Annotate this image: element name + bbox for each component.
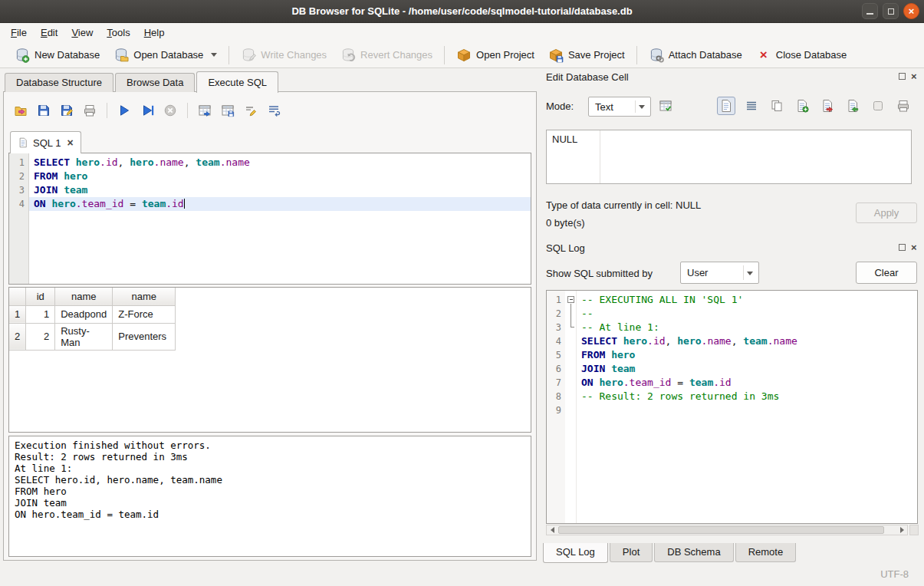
format-sql-button[interactable] [242, 101, 260, 120]
log-code-area: -- EXECUTING ALL IN 'SQL 1'---- At line … [577, 291, 917, 523]
sql-file-tab[interactable]: SQL 1 × [10, 131, 81, 153]
results-column-header[interactable]: name [113, 288, 176, 305]
export-results-icon [198, 104, 212, 117]
results-row: 11DeadpondZ-Force [9, 305, 176, 323]
set-null-icon [871, 99, 885, 113]
code-line [577, 403, 917, 417]
results-cell[interactable]: Rusty-Man [55, 323, 113, 350]
dock-float-icon[interactable] [899, 73, 906, 80]
close-database-button[interactable]: × Close Database [749, 45, 854, 65]
sql-toolbar [12, 101, 283, 120]
menu-tools[interactable]: Tools [100, 24, 136, 42]
tab-sql-log[interactable]: SQL Log [543, 543, 608, 563]
dock-close-icon[interactable]: × [911, 244, 917, 251]
scroll-right-arrow[interactable] [896, 525, 907, 535]
results-cell[interactable]: Deadpond [55, 305, 113, 323]
line-number: 6 [547, 362, 565, 376]
print-cell-button[interactable] [894, 97, 912, 115]
open-database-button[interactable]: Open Database [107, 45, 224, 65]
mode-label: Mode: [546, 100, 574, 112]
menu-view[interactable]: View [64, 24, 100, 42]
sql-log-filter-select[interactable]: User [680, 262, 759, 284]
sql-editor[interactable]: 1234 SELECT hero.id, hero.name, team.nam… [8, 153, 531, 285]
dock-close-icon[interactable]: × [911, 73, 917, 80]
maximize-button[interactable] [883, 3, 899, 19]
new-database-button[interactable]: New Database [8, 45, 107, 65]
dock-float-icon[interactable] [899, 244, 906, 251]
export-results-button[interactable] [196, 101, 214, 120]
save-sql-file-button[interactable] [35, 101, 53, 120]
sql-file-tab-bar: SQL 1 × [10, 131, 81, 153]
save-sql-as-button[interactable] [58, 101, 76, 120]
open-database-dropdown-icon[interactable] [211, 53, 217, 57]
save-project-button[interactable]: Save Project [541, 45, 632, 65]
word-wrap-button[interactable] [265, 101, 283, 120]
sql-tab-close-icon[interactable]: × [67, 137, 73, 148]
text-mode-icon [719, 99, 733, 113]
new-database-label: New Database [35, 49, 100, 61]
tab-database-structure[interactable]: Database Structure [5, 73, 113, 92]
attach-database-button[interactable]: Attach Database [642, 45, 749, 65]
results-cell[interactable]: Z-Force [113, 305, 176, 323]
scroll-left-arrow[interactable] [547, 525, 557, 535]
edit-cell-title: Edit Database Cell [546, 71, 629, 83]
results-table: idnamename11DeadpondZ-Force22Rusty-ManPr… [9, 288, 176, 351]
paste-cell-icon [795, 99, 809, 113]
line-number: 3 [547, 321, 565, 334]
stop-execution-button[interactable] [161, 101, 179, 120]
results-grid[interactable]: idnamename11DeadpondZ-Force22Rusty-ManPr… [8, 287, 531, 433]
results-cell[interactable]: Preventers [113, 323, 176, 350]
open-project-button[interactable]: Open Project [449, 45, 541, 65]
results-row-header[interactable]: 2 [9, 323, 26, 350]
import-cell-button[interactable] [843, 97, 862, 115]
results-column-header[interactable]: name [55, 288, 113, 305]
execute-all-button[interactable] [115, 101, 133, 120]
menu-edit[interactable]: Edit [34, 24, 64, 42]
results-row-header[interactable]: 1 [9, 305, 26, 323]
code-line: ON hero.team_id = team.id [577, 376, 917, 390]
menu-file[interactable]: File [4, 24, 34, 42]
line-number: 4 [9, 197, 28, 211]
tab-execute-sql[interactable]: Execute SQL [196, 71, 278, 93]
revert-changes-button[interactable]: Revert Changes [334, 45, 439, 65]
tab-db-schema[interactable]: DB Schema [654, 543, 733, 562]
scrollbar-thumb[interactable] [558, 526, 884, 534]
editor-code-area[interactable]: SELECT hero.id, hero.name, team.nameFROM… [29, 153, 531, 284]
fold-marker[interactable] [567, 296, 574, 303]
import-button[interactable] [656, 97, 675, 115]
export-cell-button[interactable] [818, 97, 837, 115]
close-window-button[interactable]: × [903, 3, 919, 19]
text-mode-button[interactable] [717, 97, 735, 115]
menu-help[interactable]: Help [137, 24, 172, 42]
justify-button[interactable] [742, 97, 761, 115]
tab-remote[interactable]: Remote [735, 543, 797, 562]
mode-select[interactable]: Text [588, 97, 651, 117]
results-cell[interactable]: 1 [26, 305, 55, 323]
write-changes-button[interactable]: Write Changes [234, 45, 334, 65]
copy-cell-button[interactable] [768, 97, 786, 115]
clear-log-button[interactable]: Clear [856, 262, 917, 284]
titlebar[interactable]: DB Browser for SQLite - /home/user/code/… [0, 0, 924, 23]
print-sql-button[interactable] [81, 101, 99, 120]
results-column-header[interactable]: id [26, 288, 55, 305]
apply-button[interactable]: Apply [856, 202, 917, 223]
open-sql-file-button[interactable] [12, 101, 30, 120]
results-cell[interactable]: 2 [26, 323, 55, 350]
save-results-button[interactable] [219, 101, 237, 120]
results-corner-header[interactable] [9, 288, 26, 305]
log-horizontal-scrollbar[interactable] [546, 525, 908, 535]
code-line: -- Result: 2 rows returned in 3ms [577, 390, 917, 403]
execution-log[interactable]: Execution finished without errors. Resul… [8, 436, 531, 557]
line-number: 5 [547, 348, 565, 362]
write-changes-label: Write Changes [261, 49, 327, 61]
set-null-button[interactable] [869, 97, 887, 115]
tab-plot[interactable]: Plot [610, 543, 653, 562]
tab-browse-data[interactable]: Browse Data [115, 73, 195, 92]
paste-cell-button[interactable] [793, 97, 811, 115]
app-window: DB Browser for SQLite - /home/user/code/… [0, 0, 924, 586]
word-wrap-icon [267, 104, 281, 117]
execute-line-button[interactable] [138, 101, 156, 120]
cell-value-editor[interactable]: NULL [546, 130, 912, 184]
sql-log-viewer[interactable]: 123456789 -- EXECUTING ALL IN 'SQL 1'---… [546, 290, 918, 524]
minimize-button[interactable] [862, 3, 878, 19]
